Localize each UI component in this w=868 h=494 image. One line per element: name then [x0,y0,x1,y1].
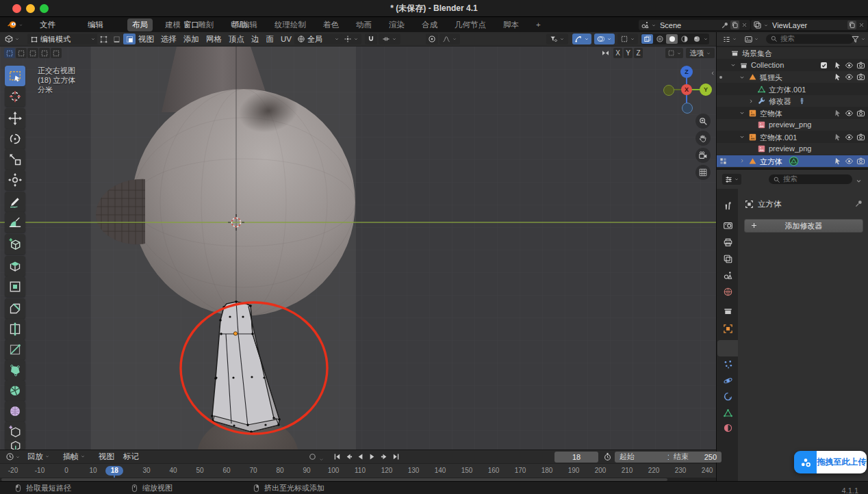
tool-edge-slide-button[interactable] [5,421,25,442]
tool-cursor-3d-button[interactable] [5,86,25,107]
workspace-tab-1[interactable]: 建模 [160,18,186,31]
add-modifier-button[interactable]: 添加修改器 [744,219,863,233]
scene-copy-button[interactable] [730,21,739,29]
current-frame-field[interactable]: 18 [554,452,598,463]
properties-tab-output[interactable] [717,234,738,250]
outliner-row-场景集合[interactable]: 场景集合 [717,47,868,59]
outliner-row-狐狸头[interactable]: 狐狸头 [717,71,868,83]
select-intersect-button[interactable] [51,48,62,58]
tool-spin-button[interactable] [5,380,25,401]
auto-keying-options-button[interactable] [318,453,325,461]
tool-transform-button[interactable] [5,170,25,190]
properties-tab-material[interactable] [717,419,738,436]
outliner-row-修改器[interactable]: 修改器 [717,95,868,107]
view-layer-copy-button[interactable] [847,21,856,29]
outliner-filter-button[interactable] [851,34,866,44]
pivot-point-button[interactable] [341,34,361,44]
gizmo-axis-y[interactable]: Y [700,83,712,96]
tool-rotate-button[interactable] [5,129,25,149]
timeline-menu-1[interactable]: 插帧 [63,451,86,462]
viewport-menu-7[interactable]: UV [281,35,292,43]
camera-view-button[interactable] [695,148,711,163]
shading-wireframe-button[interactable] [654,34,665,44]
scene-selector[interactable]: Scene [639,20,750,30]
3d-viewport[interactable]: 正交右视图(18) 立方体分米 XYZ选项 ZYX [0,47,716,450]
tool-rip-region-button[interactable] [5,441,25,450]
properties-tab-scene[interactable] [717,267,738,283]
select-set-button[interactable] [4,48,15,58]
outliner-row-空物体.001[interactable]: 空物体.001 [717,131,868,143]
tool-move-button[interactable] [5,108,25,129]
view-layer-selector[interactable]: ViewLayer [751,20,867,30]
playhead[interactable]: 18 [105,466,123,476]
properties-tab-object[interactable] [717,320,738,337]
select-extend-button[interactable] [16,48,27,58]
timeline-menu-2[interactable]: 视图 [99,451,114,462]
toggle-xray-button[interactable] [641,34,653,44]
gizmo-axis-neg-y[interactable] [663,85,674,96]
properties-options-button[interactable] [855,175,865,183]
outliner-row-空物体[interactable]: 空物体 [717,107,868,119]
workspace-tab-10[interactable]: 脚本 [498,18,524,31]
blender-menu-button[interactable] [7,19,22,30]
editor-type-button[interactable] [4,34,20,44]
timeline-editor-type-button[interactable] [5,452,21,462]
workspace-tab-0[interactable]: 布局 [127,18,153,31]
shading-solid-button[interactable] [666,34,678,44]
app-menu-1[interactable]: 编辑 [88,20,103,30]
gizmo-axis-z[interactable]: Z [680,66,693,78]
add-workspace-button[interactable]: + [531,19,546,30]
timeline-menu-3[interactable]: 标记 [123,451,139,462]
outliner-row-preview_png[interactable]: preview_png [717,119,868,131]
properties-tab-tool[interactable] [717,197,738,213]
outliner-row-preview_png[interactable]: preview_png [717,143,868,155]
workspace-tab-8[interactable]: 合成 [417,18,442,31]
tool-loop-cut-button[interactable] [5,319,25,339]
workspace-tab-4[interactable]: 纹理绘制 [270,18,311,31]
tool-annotate-button[interactable] [5,192,25,212]
tool-extrude-region-button[interactable] [5,256,25,276]
toggle-perspective-button[interactable] [695,165,711,180]
outliner-row-Collection[interactable]: Collection [717,60,868,71]
auto-keying-button[interactable] [307,452,318,462]
workspace-tab-9[interactable]: 几何节点 [450,18,491,31]
snap-uv-button[interactable] [665,48,683,58]
play-reverse-button[interactable] [355,452,366,462]
app-menu-0[interactable]: 文件 [40,20,55,30]
tool-knife-button[interactable] [5,339,25,360]
sidebar-toggle-button[interactable] [709,68,716,78]
pan-view-button[interactable] [695,131,711,146]
tool-inset-faces-button[interactable] [5,276,25,297]
viewport-menu-0[interactable]: 视图 [138,34,154,44]
orientation-selector[interactable]: 全局 [294,34,342,44]
properties-tab-constraints[interactable] [717,388,738,404]
use-preview-range-button[interactable] [602,452,613,462]
viewport-menu-4[interactable]: 顶点 [229,34,244,44]
mode-selector[interactable]: 编辑模式 [27,34,99,44]
outliner-filter-type-button[interactable] [744,34,759,44]
tool-measure-button[interactable] [5,212,25,233]
tool-scale-button[interactable] [5,149,25,170]
workspace-tab-2[interactable]: 雕刻 [193,18,218,31]
properties-tab-particles[interactable] [717,356,738,372]
shading-material-button[interactable] [678,34,690,44]
viewport-menu-6[interactable]: 面 [266,34,275,44]
frame-start-field[interactable]: 起始1 [615,452,676,463]
select-invert-button[interactable] [39,48,50,58]
proportional-edit-button[interactable] [426,34,438,44]
workspace-tab-3[interactable]: UV编辑 [226,18,262,31]
shading-rendered-button[interactable] [691,34,702,44]
select-mode-vertex-button[interactable] [97,34,110,44]
snap-toggle-button[interactable] [365,34,377,44]
gizmo-axis-x[interactable]: X [681,84,692,95]
next-keyframe-button[interactable] [379,452,390,462]
outliner-row-立方体.001[interactable]: 立方体.001 [717,83,868,95]
properties-tab-view-layer[interactable] [717,250,738,267]
properties-tab-physics[interactable] [717,372,738,389]
viewport-menu-2[interactable]: 添加 [183,34,199,44]
play-button[interactable] [366,452,377,462]
workspace-tab-5[interactable]: 着色 [318,18,344,31]
timeline-ruler[interactable]: -20-100103040506070809010011012013014015… [0,463,716,478]
tool-box-select-button[interactable] [5,66,25,86]
mirror-axis-y-button[interactable]: Y [624,48,633,58]
